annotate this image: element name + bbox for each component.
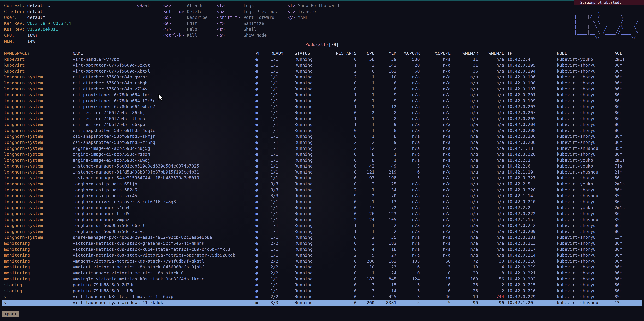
table-row[interactable]: longhorn-systemcsi-snapshotter-58bf69fbd… — [4, 128, 640, 134]
column-header-cpu[interactable]: CPU — [357, 51, 374, 57]
cell-cpu: 8 — [357, 157, 374, 163]
table-row[interactable]: monitoringvmsingle-victoria-metrics-k8s-… — [4, 276, 640, 282]
column-header-ready[interactable]: READY — [268, 51, 292, 57]
table-row[interactable]: stagingpodinfo-79db68f5c9-2d2dn●1/1Runni… — [4, 282, 640, 288]
menu-item[interactable]: <ctrl-d>Delete — [164, 9, 208, 15]
table-row[interactable]: longhorn-systemcsi-attacher-57689cc84b-r… — [4, 80, 640, 86]
table-row[interactable]: longhorn-systemlonghorn-csi-plugin-sxr45… — [4, 193, 640, 199]
cell-ip: 10.42.2.6 — [504, 163, 557, 169]
menu-item[interactable]: <a>Attach — [164, 3, 208, 9]
table-row[interactable]: monitoringvmalert-victoria-metrics-k8s-s… — [4, 264, 640, 270]
table-row[interactable]: vmsvirt-launcher-ryan-windows-11-zkdqk●3… — [4, 300, 640, 306]
table-row[interactable]: monitoringvictoria-metrics-k8s-stack-kub… — [4, 246, 640, 252]
column-header-namespace[interactable]: NAMESPACE↑ — [4, 51, 73, 57]
menu-item[interactable]: <f>Show PortForward — [288, 3, 339, 9]
table-row[interactable]: stagingpodinfo-79db68f5c9-lkb6q●1/1Runni… — [4, 288, 640, 294]
cell-cpur: n/a — [396, 116, 420, 122]
menu-item[interactable]: <l>Logs — [217, 3, 277, 9]
table-row[interactable]: longhorn-systemcsi-provisioner-6c78dcb66… — [4, 104, 640, 110]
menu-item[interactable]: <s>Shell — [217, 27, 277, 33]
table-row[interactable]: longhorn-systemcsi-resizer-7466f7b45f-86… — [4, 110, 640, 116]
table-row[interactable]: longhorn-systemlonghorn-csi-plugin-69tjb… — [4, 181, 640, 187]
cell-name: virt-handler-v77bz — [73, 57, 254, 63]
cell-meml: n/a — [478, 74, 504, 80]
menu-item[interactable]: <shift-f>Port-Forward — [217, 15, 277, 21]
column-header-name[interactable]: NAME — [73, 51, 254, 57]
table-row[interactable]: longhorn-systemlonghorn-manager-tsld5●1/… — [4, 211, 640, 217]
cell-status: Running — [292, 264, 332, 270]
table-row[interactable]: longhorn-systeminstance-manager-81fd5a40… — [4, 169, 640, 175]
cell-restarts: 0 — [332, 57, 357, 63]
cell-namespace: longhorn-system — [4, 128, 73, 134]
table-row[interactable]: longhorn-systemengine-image-ei-acb7590c-… — [4, 146, 640, 152]
column-header-ip[interactable]: IP — [504, 51, 557, 57]
column-header-node[interactable]: NODE — [557, 51, 614, 57]
cell-ready: 2/2 — [268, 258, 292, 264]
menu-item[interactable]: <p>Logs Previous — [217, 9, 277, 15]
column-header-restarts[interactable]: RESTARTS — [332, 51, 357, 57]
table-row[interactable]: longhorn-systemlonghorn-driver-deployer-… — [4, 199, 640, 205]
cell-ip: 10.42.2.3 — [504, 157, 557, 163]
table-row[interactable]: longhorn-systemengine-image-ei-acb7590c-… — [4, 157, 640, 163]
menu-item[interactable]: <y>YAML — [288, 15, 339, 21]
column-header-mem-l[interactable]: %MEM/L — [478, 51, 504, 57]
breadcrumb-pod[interactable]: <pod> — [2, 311, 19, 317]
cell-memr: n/a — [450, 234, 478, 240]
column-header-status[interactable]: STATUS — [292, 51, 332, 57]
column-header-cpu-l[interactable]: %CPU/L — [420, 51, 450, 57]
column-header-cpu-r[interactable]: %CPU/R — [396, 51, 420, 57]
table-row[interactable]: longhorn-systeminstance-manager-84ae2159… — [4, 175, 640, 181]
menu-item[interactable]: <ctrl-k>Kill — [164, 33, 208, 39]
table-row[interactable]: kubevirtvirt-operator-6776f5689d-5zx9t●1… — [4, 62, 640, 68]
menu-item[interactable]: <o>Show Node — [217, 33, 277, 39]
cell-age: 86m — [614, 276, 640, 282]
table-row[interactable]: monitoringvictoria-metrics-k8s-stack-gra… — [4, 240, 640, 246]
menu-item[interactable]: <z>Sanitize — [217, 21, 277, 27]
cluster-value: default — [27, 9, 45, 14]
column-header-mem[interactable]: MEM — [374, 51, 396, 57]
pf-indicator: ● — [254, 187, 268, 193]
table-row[interactable]: longhorn-systemlonghorn-csi-plugin-582c6… — [4, 187, 640, 193]
table-row[interactable]: longhorn-systemlonghorn-manager-s4ch4●1/… — [4, 205, 640, 211]
table-row[interactable]: kubevirtvirt-handler-v77bz●1/1Running058… — [4, 57, 640, 63]
cell-cpul: n/a — [420, 193, 450, 199]
menu-item[interactable]: <e>Edit — [164, 21, 208, 27]
table-row[interactable]: longhorn-systemlonghorn-ui-56d9b575dc-66… — [4, 223, 640, 229]
column-header-mem-r[interactable]: %MEM/R — [450, 51, 478, 57]
cell-mem: 1 — [374, 151, 396, 157]
cell-ready: 1/1 — [268, 68, 292, 74]
table-row[interactable]: monitoringvmagent-victoria-metrics-k8s-s… — [4, 258, 640, 264]
table-row[interactable]: longhorn-systemengine-image-ei-acb7590c-… — [4, 151, 640, 157]
table-row[interactable]: longhorn-systemlonghorn-ui-56d9b575dc-zw… — [4, 229, 640, 235]
menu-item[interactable]: <t>Transfer — [288, 9, 339, 15]
cell-node: kubevirt-youko — [557, 157, 614, 163]
pf-indicator: ● — [254, 116, 268, 122]
table-row[interactable]: longhorn-systemcsi-attacher-57689cc84b-g… — [4, 74, 640, 80]
menu-item[interactable]: <0>all — [137, 3, 152, 9]
menu-item[interactable]: <d>Describe — [164, 15, 208, 21]
table-row[interactable]: longhorn-systeminstance-manager-5bc01eeb… — [4, 163, 640, 169]
table-row[interactable]: longhorn-systemcsi-resizer-7466f7b45f-lt… — [4, 116, 640, 122]
table-row[interactable]: longhorn-systemcsi-snapshotter-58bf69fbd… — [4, 134, 640, 140]
menu-item[interactable]: <?>Help — [164, 27, 208, 33]
table-row[interactable]: kubevirtvirt-operator-6776f5689d-xbtxl●1… — [4, 68, 640, 74]
cell-cpul: n/a — [420, 157, 450, 163]
cell-node: kubevirt-shoryu — [557, 116, 614, 122]
cell-age: 86m — [614, 62, 640, 68]
table-row[interactable]: longhorn-systemlonghorn-manager-vmp5z●1/… — [4, 217, 640, 223]
cell-meml: 56 — [478, 276, 504, 282]
table-row[interactable]: monitoringvmalertmanager-victoria-metric… — [4, 270, 640, 276]
table-row[interactable]: vmsvirt-launcher-k3s-test-1-master-1-j6p… — [4, 294, 640, 300]
table-row[interactable]: longhorn-systemcsi-provisioner-6c78dcb66… — [4, 92, 640, 98]
cell-mem: 2 — [374, 229, 396, 235]
column-header-age[interactable]: AGE — [614, 51, 640, 57]
table-row[interactable]: longhorn-systemcsi-snapshotter-58bf69fbd… — [4, 140, 640, 146]
cell-name: podinfo-79db68f5c9-2d2dn — [73, 282, 254, 288]
table-row[interactable]: longhorn-systemcsi-resizer-7466f7b45f-q6… — [4, 122, 640, 128]
table-row[interactable]: longhorn-systemcsi-provisioner-6c78dcb66… — [4, 98, 640, 104]
table-row[interactable]: longhorn-systemshare-manager-pvc-4bbd842… — [4, 234, 640, 240]
table-row[interactable]: longhorn-systemcsi-attacher-57689cc84b-z… — [4, 86, 640, 92]
column-header-pf[interactable]: PF — [254, 51, 268, 57]
table-row[interactable]: monitoringvictoria-metrics-k8s-stack-vic… — [4, 252, 640, 258]
cell-meml: n/a — [478, 80, 504, 86]
